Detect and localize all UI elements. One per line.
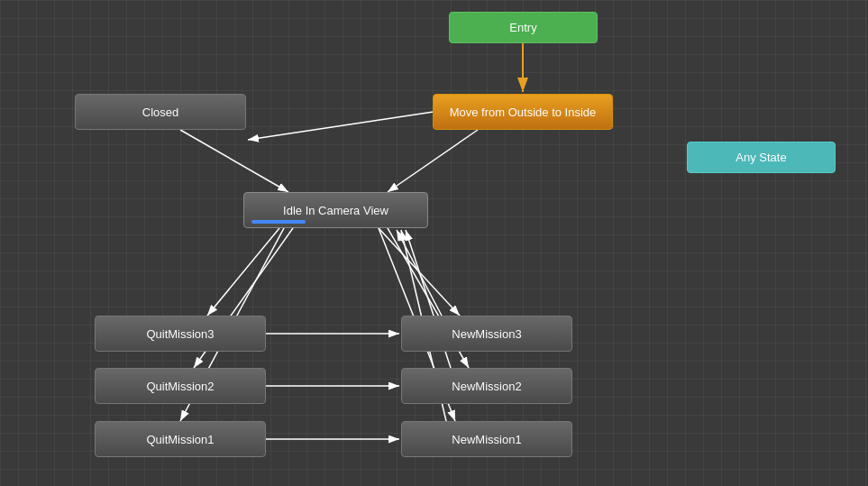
new-mission3-node[interactable]: NewMission3: [401, 316, 572, 352]
move-outside-node[interactable]: Move from Outside to Inside: [433, 94, 613, 130]
svg-line-9: [379, 228, 460, 316]
arrows-canvas: [0, 0, 868, 486]
quit2-label: QuitMission2: [146, 380, 214, 393]
svg-line-6: [207, 228, 279, 316]
new-mission2-node[interactable]: NewMission2: [401, 368, 572, 404]
svg-line-5: [180, 130, 288, 192]
entry-node[interactable]: Entry: [449, 12, 598, 43]
new2-label: NewMission2: [452, 380, 521, 393]
idle-label: Idle In Camera View: [283, 204, 388, 217]
svg-line-4: [388, 130, 478, 192]
quit-mission3-node[interactable]: QuitMission3: [95, 316, 266, 352]
new3-label: NewMission3: [452, 327, 521, 341]
entry-label: Entry: [509, 21, 536, 34]
new-mission1-node[interactable]: NewMission1: [401, 421, 572, 457]
quit-mission2-node[interactable]: QuitMission2: [95, 368, 266, 404]
new1-label: NewMission1: [452, 433, 521, 446]
any-state-node[interactable]: Any State: [687, 142, 836, 173]
svg-line-15: [397, 230, 442, 316]
closed-node[interactable]: Closed: [75, 94, 246, 130]
idle-progress-bar: [251, 220, 306, 224]
quit1-label: QuitMission1: [146, 433, 214, 446]
quit-mission1-node[interactable]: QuitMission1: [95, 421, 266, 457]
quit3-label: QuitMission3: [146, 327, 214, 341]
svg-line-3: [248, 112, 434, 140]
move-outside-label: Move from Outside to Inside: [450, 105, 597, 119]
closed-label: Closed: [142, 105, 178, 119]
grid-background: [0, 0, 868, 486]
any-state-label: Any State: [736, 151, 786, 164]
idle-node[interactable]: Idle In Camera View: [243, 192, 428, 228]
